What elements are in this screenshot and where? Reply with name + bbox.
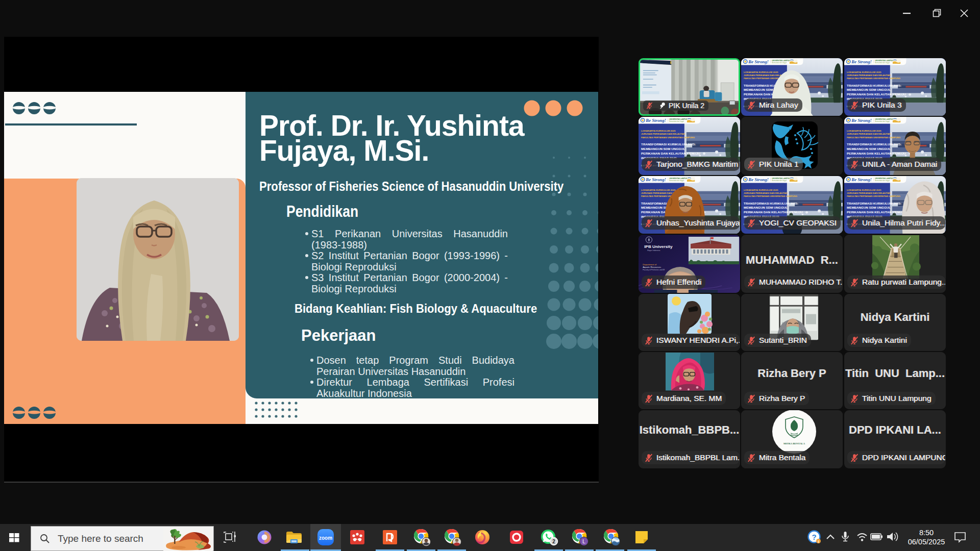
svg-text:i: i [818, 540, 819, 543]
svg-text:Bogor Indonesia: Bogor Indonesia [647, 249, 660, 252]
svg-text:Department of: Department of [643, 263, 657, 266]
svg-text:Aquatic Resources: Aquatic Resources [643, 266, 661, 269]
svg-text:L: L [582, 538, 585, 544]
svg-text:?: ? [812, 533, 816, 541]
svg-text:zoom: zoom [319, 535, 332, 541]
svg-text:Faculty of Fisheries and M: Faculty of Fisheries and M [643, 269, 665, 271]
svg-text:MITRA BENTALA: MITRA BENTALA [783, 442, 805, 445]
svg-text:2: 2 [552, 539, 555, 544]
svg-text:IPB University: IPB University [644, 244, 673, 249]
